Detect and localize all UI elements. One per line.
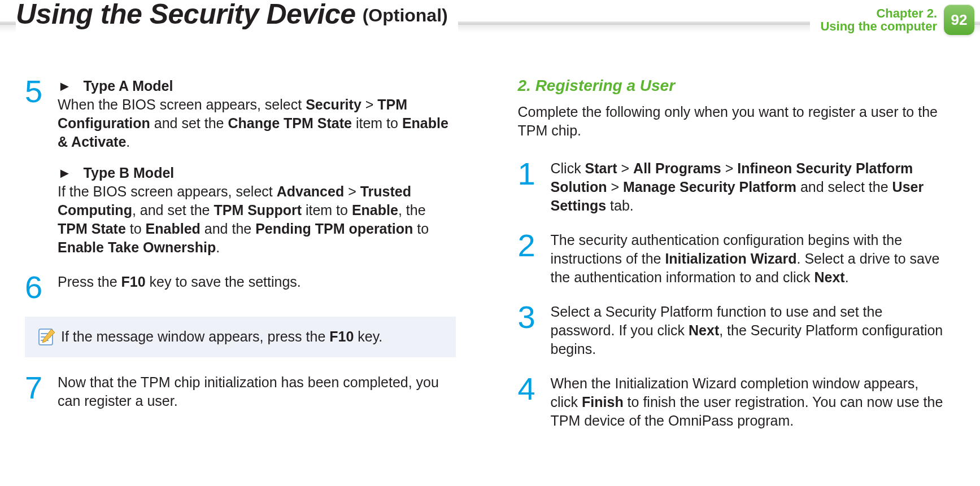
step-body: The security authentication configuratio… <box>551 231 949 287</box>
step-5: 5 ► Type A Model When the BIOS screen ap… <box>25 77 456 257</box>
type-b-text: If the BIOS screen appears, select Advan… <box>58 182 456 257</box>
header-title-wrap: Using the Security Device (Optional) <box>16 0 458 40</box>
note-icon <box>33 326 61 348</box>
type-a-title: Type A Model <box>84 78 173 94</box>
right-column: 2. Registering a User Complete the follo… <box>518 77 949 446</box>
section-intro: Complete the following only when you wan… <box>518 103 949 140</box>
step-7: 7 Now that the TPM chip initialization h… <box>25 373 456 410</box>
page-number-badge: 92 <box>944 5 974 35</box>
step-number: 4 <box>518 374 551 430</box>
step-body: When the Initialization Wizard completio… <box>551 374 949 430</box>
step-number: 2 <box>518 231 551 287</box>
left-column: 5 ► Type A Model When the BIOS screen ap… <box>25 77 456 446</box>
step-1-text: Click Start > All Programs > Infineon Se… <box>551 159 949 215</box>
header-right: Chapter 2. Using the computer 92 <box>810 5 974 35</box>
step-3-text: Select a Security Platform function to u… <box>551 303 949 358</box>
step-1: 1 Click Start > All Programs > Infineon … <box>518 159 949 215</box>
section-heading: 2. Registering a User <box>518 77 949 95</box>
chapter-block: Chapter 2. Using the computer <box>820 7 937 33</box>
note-text: If the message window appears, press the… <box>61 327 382 346</box>
type-a-heading: ► Type A Model <box>58 77 456 95</box>
step-body: Select a Security Platform function to u… <box>551 303 949 358</box>
page-header: Using the Security Device (Optional) Cha… <box>0 0 980 44</box>
step-body: Press the F10 key to save the settings. <box>58 273 456 301</box>
type-b-heading: ► Type B Model <box>58 164 456 182</box>
step-7-text: Now that the TPM chip initialization has… <box>58 373 456 410</box>
chapter-number: Chapter 2. <box>820 7 937 20</box>
step-body: Click Start > All Programs > Infineon Se… <box>551 159 949 215</box>
step-3: 3 Select a Security Platform function to… <box>518 303 949 358</box>
step-4: 4 When the Initialization Wizard complet… <box>518 374 949 430</box>
type-b-title: Type B Model <box>84 165 175 181</box>
marker-triangle: ► <box>58 165 72 181</box>
marker-triangle: ► <box>58 78 72 94</box>
step-2-text: The security authentication configuratio… <box>551 231 949 287</box>
content-area: 5 ► Type A Model When the BIOS screen ap… <box>0 44 980 446</box>
step-number: 5 <box>25 77 58 257</box>
memo-icon <box>36 326 58 348</box>
step-number: 6 <box>25 273 58 301</box>
step-4-text: When the Initialization Wizard completio… <box>551 374 949 430</box>
type-a-text: When the BIOS screen appears, select Sec… <box>58 95 456 151</box>
step-2: 2 The security authentication configurat… <box>518 231 949 287</box>
step-6-text: Press the F10 key to save the settings. <box>58 273 456 291</box>
manual-page: Using the Security Device (Optional) Cha… <box>0 0 980 486</box>
step-number: 1 <box>518 159 551 215</box>
step-number: 3 <box>518 303 551 358</box>
step-number: 7 <box>25 373 58 410</box>
chapter-title: Using the computer <box>820 20 937 33</box>
note-box: If the message window appears, press the… <box>25 317 456 357</box>
step-6: 6 Press the F10 key to save the settings… <box>25 273 456 301</box>
page-title: Using the Security Device <box>16 0 356 28</box>
step-body: Now that the TPM chip initialization has… <box>58 373 456 410</box>
page-number: 92 <box>951 11 968 29</box>
page-subtitle: (Optional) <box>363 5 448 26</box>
step-body: ► Type A Model When the BIOS screen appe… <box>58 77 456 257</box>
